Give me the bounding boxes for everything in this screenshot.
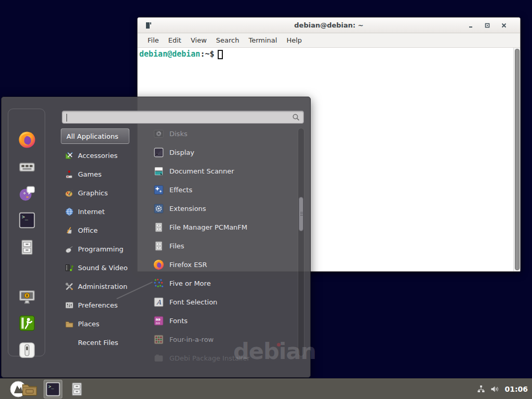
menu-scrollbar[interactable]	[298, 128, 304, 356]
office-icon	[65, 226, 74, 235]
category-places[interactable]: Places	[61, 314, 137, 333]
volume-icon[interactable]	[490, 385, 499, 393]
terminal-menubar: File Edit View Search Terminal Help	[138, 33, 520, 48]
keyboard-icon[interactable]	[18, 158, 36, 176]
menu-search-box	[62, 111, 304, 124]
menu-help[interactable]: Help	[282, 35, 307, 46]
maximize-button[interactable]	[484, 22, 490, 28]
programming-icon	[65, 245, 74, 254]
watermark-red-dot	[277, 343, 281, 347]
shutdown-icon[interactable]	[18, 341, 36, 359]
clock[interactable]: 01:06	[504, 385, 528, 393]
category-games[interactable]: Games	[61, 165, 137, 183]
svg-text:A: A	[156, 298, 162, 305]
internet-icon	[65, 207, 74, 216]
display-icon	[153, 147, 164, 158]
file-cabinet-icon	[69, 381, 85, 397]
firefox-icon[interactable]	[18, 131, 36, 149]
svg-text:>_: >_	[22, 214, 28, 220]
svg-text:>_: >_	[48, 384, 54, 389]
terminal-titlebar[interactable]: debian@debian: ~	[138, 18, 520, 33]
desktop: debian@debian: ~ File Edit View Search T…	[0, 0, 532, 399]
category-office[interactable]: Office	[61, 221, 137, 240]
disks-icon	[153, 128, 164, 139]
file-manager-launcher[interactable]	[20, 380, 39, 398]
lock-screen-icon[interactable]	[18, 288, 36, 305]
menu-terminal[interactable]: Terminal	[244, 35, 282, 46]
search-input[interactable]	[62, 111, 303, 123]
menu-file[interactable]: File	[143, 35, 164, 46]
application-menu: >_ All Applicatio	[1, 97, 311, 378]
gdebi-icon	[153, 353, 164, 364]
preferences-icon	[65, 301, 74, 310]
debian-watermark: debian	[233, 338, 316, 364]
terminal-taskbar-button[interactable]: >_	[44, 380, 62, 398]
category-accessories[interactable]: Accessories	[61, 146, 137, 165]
terminal-cursor	[218, 50, 223, 59]
file-manager-icon[interactable]	[18, 238, 36, 256]
five-or-more-icon	[153, 278, 164, 289]
menu-app-list: Disks Display Document Scanner Effects E…	[137, 124, 296, 367]
sound-video-icon	[65, 263, 74, 272]
terminal-scrollbar[interactable]	[513, 48, 520, 271]
graphics-icon	[65, 189, 74, 197]
terminal-icon: >_	[45, 381, 61, 397]
places-icon	[65, 320, 74, 328]
search-caret	[66, 114, 67, 122]
extensions-icon	[153, 203, 164, 214]
accessories-icon	[65, 151, 74, 160]
fonts-icon: aaaa	[153, 315, 164, 326]
app-item-document-scanner[interactable]: Document Scanner	[137, 162, 296, 180]
app-item-files[interactable]: Files	[137, 236, 296, 255]
system-tray: 01:06	[477, 379, 528, 399]
prompt-path: :~$	[200, 49, 214, 59]
games-icon	[65, 170, 74, 179]
category-preferences[interactable]: Preferences	[61, 296, 137, 314]
terminal-title: debian@debian: ~	[138, 21, 520, 29]
category-sound-video[interactable]: Sound & Video	[61, 258, 137, 277]
log-out-icon[interactable]	[18, 314, 36, 332]
category-administration[interactable]: Administration	[61, 277, 137, 296]
category-programming[interactable]: Programming	[61, 240, 137, 258]
folder-icon	[21, 380, 38, 398]
administration-icon	[65, 282, 74, 291]
terminal-scrollbar-thumb[interactable]	[515, 49, 520, 270]
search-icon	[292, 113, 300, 122]
category-graphics[interactable]: Graphics	[61, 183, 137, 202]
app-item-disks[interactable]: Disks	[137, 124, 296, 143]
menu-scrollbar-thumb[interactable]	[299, 197, 303, 231]
app-item-file-manager-pcmanfm[interactable]: File Manager PCManFM	[137, 218, 296, 236]
menu-categories: All Applications Accessories Games Graph…	[61, 128, 137, 352]
pidgin-icon[interactable]	[18, 184, 36, 202]
category-internet[interactable]: Internet	[61, 202, 137, 221]
prompt-user-host: debian@debian	[139, 49, 200, 59]
app-item-fonts[interactable]: aaaa Fonts	[137, 311, 296, 330]
minimize-button[interactable]	[468, 22, 473, 28]
four-in-a-row-icon	[153, 334, 164, 345]
app-item-firefox-esr[interactable]: Firefox ESR	[137, 255, 296, 274]
menu-edit[interactable]: Edit	[164, 35, 186, 46]
close-button[interactable]	[501, 22, 507, 28]
file-manager-icon	[153, 222, 164, 233]
app-item-extensions[interactable]: Extensions	[137, 199, 296, 218]
font-selection-icon: A	[153, 297, 164, 308]
app-item-display[interactable]: Display	[137, 143, 296, 162]
category-recent-files[interactable]: Recent Files	[61, 333, 137, 352]
menu-search[interactable]: Search	[211, 35, 244, 46]
app-item-effects[interactable]: Effects	[137, 180, 296, 199]
files-icon	[153, 241, 164, 251]
menu-sidebar: >_	[8, 109, 45, 356]
taskbar: >_ 01:06	[0, 378, 532, 399]
network-icon[interactable]	[477, 385, 485, 393]
svg-text:aa: aa	[155, 321, 160, 325]
app-item-font-selection[interactable]: A Font Selection	[137, 292, 296, 311]
document-scanner-icon	[153, 166, 164, 177]
menu-view[interactable]: View	[186, 35, 211, 46]
terminal-icon[interactable]: >_	[18, 211, 36, 229]
app-item-five-or-more[interactable]: Five or More	[137, 274, 296, 292]
category-all-applications[interactable]: All Applications	[61, 128, 129, 144]
firefox-icon	[153, 259, 164, 270]
effects-icon	[153, 184, 164, 195]
files-taskbar-button[interactable]	[68, 380, 86, 398]
